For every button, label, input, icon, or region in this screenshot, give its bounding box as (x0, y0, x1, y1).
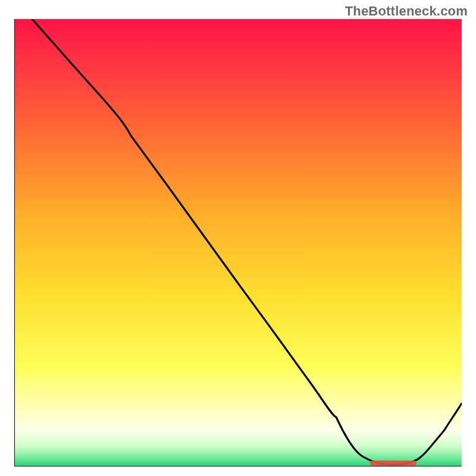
chart-svg (14, 19, 462, 466)
svg-rect-0 (370, 461, 416, 466)
gradient-background (14, 19, 462, 466)
watermark-text: TheBottleneck.com (345, 4, 468, 19)
optimal-marker (370, 461, 416, 466)
plot-area (14, 19, 462, 466)
chart-frame: TheBottleneck.com (0, 0, 476, 476)
